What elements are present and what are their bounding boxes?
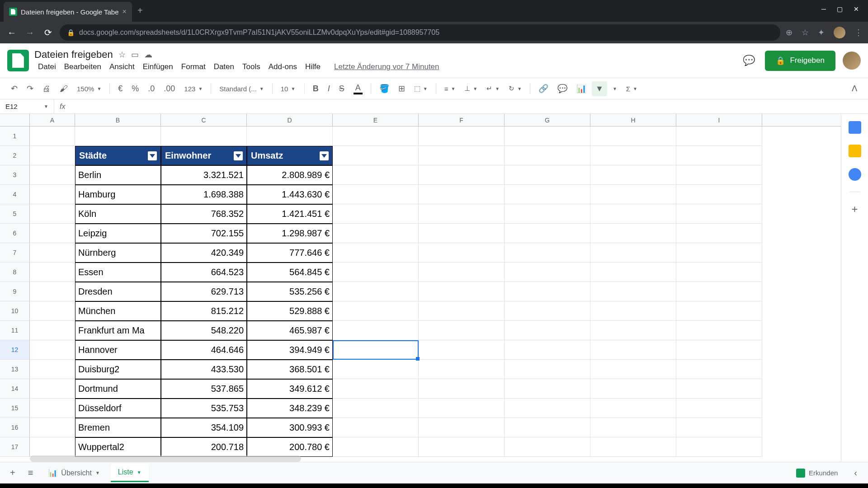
- cell[interactable]: [419, 185, 505, 204]
- cell[interactable]: 548.220: [161, 321, 247, 340]
- cell[interactable]: 1.421.451 €: [247, 204, 333, 224]
- cell[interactable]: [590, 340, 676, 360]
- spreadsheet-grid[interactable]: ABCDEFGHI 12StädteEinwohnerUmsatz3Berlin…: [0, 114, 841, 462]
- filter-icon[interactable]: [234, 151, 243, 160]
- filter-icon[interactable]: [320, 151, 329, 160]
- cell[interactable]: [590, 224, 676, 243]
- cell[interactable]: [419, 340, 505, 360]
- cell[interactable]: [590, 185, 676, 204]
- cell[interactable]: [30, 360, 75, 379]
- cell[interactable]: [30, 399, 75, 418]
- cell[interactable]: [676, 301, 762, 321]
- cell[interactable]: [333, 340, 419, 360]
- bold-button[interactable]: B: [309, 81, 322, 96]
- cell[interactable]: [676, 282, 762, 301]
- borders-button[interactable]: ⊞: [395, 81, 409, 96]
- sheet-tab-liste[interactable]: Liste ▼: [111, 464, 149, 482]
- text-wrap-button[interactable]: ↵▼: [483, 83, 503, 94]
- cell[interactable]: Nürnberg: [75, 243, 161, 263]
- move-doc-icon[interactable]: ▭: [131, 50, 139, 60]
- cell[interactable]: [676, 263, 762, 282]
- cell[interactable]: 702.155: [161, 224, 247, 243]
- star-doc-icon[interactable]: ☆: [118, 50, 126, 60]
- cell[interactable]: [505, 340, 590, 360]
- filter-button[interactable]: ▼: [592, 81, 607, 96]
- fill-color-button[interactable]: 🪣: [376, 81, 393, 96]
- row-header[interactable]: 12: [0, 340, 30, 360]
- text-color-button[interactable]: A: [350, 80, 366, 97]
- menu-hilfe[interactable]: Hilfe: [302, 61, 324, 72]
- print-button[interactable]: 🖨: [39, 81, 54, 96]
- vertical-align-button[interactable]: ⊥▼: [461, 83, 481, 94]
- cell[interactable]: [590, 263, 676, 282]
- column-header-I[interactable]: I: [676, 114, 762, 126]
- cell[interactable]: [505, 146, 590, 165]
- minimize-icon[interactable]: ─: [821, 5, 826, 13]
- cell[interactable]: [505, 360, 590, 379]
- profile-avatar[interactable]: [843, 52, 861, 70]
- cell[interactable]: [333, 418, 419, 437]
- cell[interactable]: 1.443.630 €: [247, 185, 333, 204]
- filter-views-button[interactable]: ▼: [609, 84, 621, 93]
- cell[interactable]: [505, 321, 590, 340]
- column-header-B[interactable]: B: [75, 114, 161, 126]
- cell[interactable]: 2.808.989 €: [247, 165, 333, 185]
- cell[interactable]: [247, 127, 333, 146]
- cell[interactable]: [590, 399, 676, 418]
- cell[interactable]: [419, 321, 505, 340]
- cell[interactable]: 564.845 €: [247, 263, 333, 282]
- cell[interactable]: [676, 243, 762, 263]
- filter-icon[interactable]: [148, 151, 157, 160]
- cell[interactable]: [590, 379, 676, 399]
- row-header[interactable]: 9: [0, 282, 30, 301]
- row-header[interactable]: 16: [0, 418, 30, 437]
- number-format-select[interactable]: 123▼: [180, 83, 206, 94]
- zoom-icon[interactable]: ⊕: [786, 28, 793, 38]
- row-header[interactable]: 11: [0, 321, 30, 340]
- cell[interactable]: [419, 127, 505, 146]
- sheets-logo[interactable]: [7, 50, 29, 71]
- cell[interactable]: Bremen: [75, 418, 161, 437]
- cell[interactable]: [590, 282, 676, 301]
- row-header[interactable]: 10: [0, 301, 30, 321]
- text-rotation-button[interactable]: ↻▼: [505, 83, 525, 94]
- cell[interactable]: Duisburg2: [75, 360, 161, 379]
- cell[interactable]: [30, 321, 75, 340]
- cell[interactable]: [676, 379, 762, 399]
- cell[interactable]: [333, 146, 419, 165]
- menu-daten[interactable]: Daten: [210, 61, 238, 72]
- cell[interactable]: [676, 165, 762, 185]
- star-icon[interactable]: ☆: [802, 28, 809, 38]
- extensions-icon[interactable]: ✦: [818, 28, 825, 38]
- cell[interactable]: [505, 301, 590, 321]
- cell[interactable]: [505, 165, 590, 185]
- cell[interactable]: [676, 321, 762, 340]
- cell[interactable]: Hamburg: [75, 185, 161, 204]
- undo-button[interactable]: ↶: [7, 81, 21, 96]
- cell[interactable]: [419, 165, 505, 185]
- url-input[interactable]: 🔒 docs.google.com/spreadsheets/d/1L0CRXr…: [60, 24, 780, 41]
- cell[interactable]: [161, 127, 247, 146]
- horizontal-scrollbar[interactable]: [30, 455, 301, 462]
- cell[interactable]: Leipzig: [75, 224, 161, 243]
- cell[interactable]: 537.865: [161, 379, 247, 399]
- cell[interactable]: 529.888 €: [247, 301, 333, 321]
- cell[interactable]: 420.349: [161, 243, 247, 263]
- cell[interactable]: [419, 360, 505, 379]
- cell[interactable]: Frankfurt am Ma: [75, 321, 161, 340]
- cell[interactable]: Dresden: [75, 282, 161, 301]
- cell[interactable]: [676, 146, 762, 165]
- column-header-D[interactable]: D: [247, 114, 333, 126]
- close-window-icon[interactable]: ✕: [854, 5, 859, 13]
- cell[interactable]: [590, 127, 676, 146]
- cell[interactable]: [505, 204, 590, 224]
- cell[interactable]: 664.523: [161, 263, 247, 282]
- cell[interactable]: [75, 127, 161, 146]
- cell[interactable]: Dortmund: [75, 379, 161, 399]
- row-header[interactable]: 5: [0, 204, 30, 224]
- row-header[interactable]: 7: [0, 243, 30, 263]
- cell[interactable]: [30, 185, 75, 204]
- cell[interactable]: [676, 399, 762, 418]
- cell[interactable]: [30, 418, 75, 437]
- cell[interactable]: [333, 263, 419, 282]
